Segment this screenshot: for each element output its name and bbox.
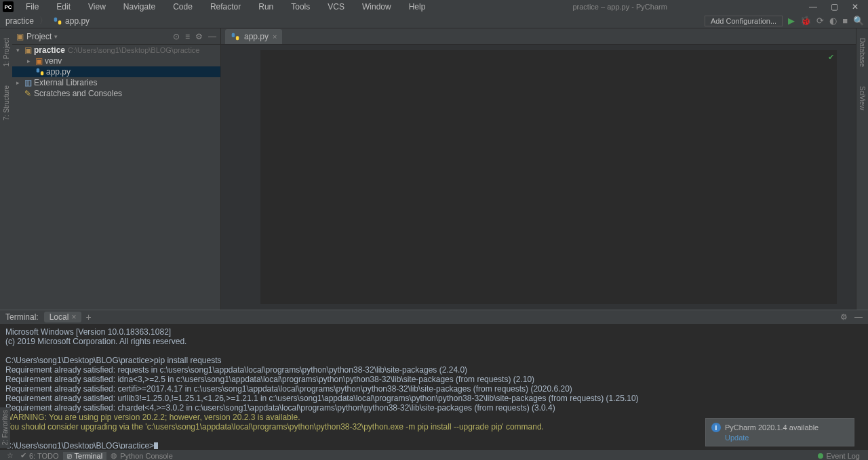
- close-button[interactable]: ✕: [849, 2, 861, 12]
- notification-title: PyCharm 2020.1.4 available: [725, 423, 818, 432]
- menu-tools[interactable]: Tools: [283, 2, 318, 12]
- python-console-tool-button[interactable]: ◍ Python Console: [106, 451, 177, 460]
- folder-icon: ▣: [23, 45, 33, 55]
- terminal-cursor: [154, 442, 158, 450]
- svg-rect-4: [232, 33, 235, 37]
- info-icon: i: [711, 423, 721, 432]
- terminal-label: Terminal:: [5, 312, 39, 322]
- check-icon: ✔: [20, 451, 26, 460]
- menu-help[interactable]: Help: [401, 2, 434, 12]
- library-icon: ▥: [23, 78, 33, 87]
- close-tab-icon[interactable]: ×: [273, 33, 277, 41]
- todo-tool-button[interactable]: ✔ 6: TODO: [16, 451, 63, 460]
- event-log-button[interactable]: Event Log: [814, 452, 864, 460]
- status-bar: ☆ ✔ 6: TODO ⎚ Terminal ◍ Python Console …: [0, 449, 868, 460]
- main-area: 1: Project 7: Structure ▣ Project ▾ ⊙ ≡ …: [0, 28, 868, 310]
- hide-terminal-icon[interactable]: —: [854, 312, 863, 322]
- folder-icon: ▣: [34, 56, 43, 66]
- python-icon: ◍: [111, 451, 117, 460]
- project-tree[interactable]: ▾ ▣ practice C:\Users\song1\Desktop\BLOG…: [12, 45, 220, 310]
- tree-root[interactable]: ▾ ▣ practice C:\Users\song1\Desktop\BLOG…: [12, 45, 220, 56]
- menu-run[interactable]: Run: [250, 2, 281, 12]
- navigation-bar: practice 〉 app.py Add Configuration... ▶…: [0, 14, 868, 28]
- terminal-tab-local[interactable]: Local ×: [44, 312, 82, 322]
- svg-rect-1: [58, 20, 61, 24]
- title-bar: PC File Edit View Navigate Code Refactor…: [0, 0, 868, 14]
- breadcrumb-root[interactable]: practice: [0, 16, 39, 26]
- close-tab-icon[interactable]: ×: [71, 312, 76, 322]
- menu-window[interactable]: Window: [354, 2, 399, 12]
- structure-tool-tab[interactable]: 7: Structure: [3, 83, 10, 123]
- add-configuration-button[interactable]: Add Configuration...: [705, 16, 783, 26]
- svg-rect-0: [54, 17, 57, 21]
- python-file-icon: [53, 16, 62, 26]
- menu-refactor[interactable]: Refactor: [202, 2, 249, 12]
- svg-rect-3: [41, 71, 43, 75]
- terminal-tool-button[interactable]: ⎚ Terminal: [63, 452, 107, 460]
- menu-code[interactable]: Code: [165, 2, 201, 12]
- breadcrumb-file[interactable]: app.py: [47, 16, 95, 26]
- code-editor[interactable]: ✔: [240, 50, 837, 304]
- terminal-icon: ⎚: [67, 452, 72, 460]
- favorites-tool-tab[interactable]: 2: Favorites: [0, 407, 10, 448]
- select-opened-file-icon[interactable]: ⊙: [173, 32, 180, 41]
- folder-icon: ▣: [16, 32, 24, 41]
- chevron-right-icon[interactable]: ▸: [16, 79, 23, 86]
- tree-external-libraries[interactable]: ▸ ▥ External Libraries: [12, 77, 220, 88]
- editor-area: app.py × ✔: [221, 28, 856, 310]
- hide-tool-window-icon[interactable]: —: [208, 32, 216, 41]
- notification-dot-icon: [818, 453, 823, 459]
- sciview-tool-tab[interactable]: SciView: [859, 83, 866, 112]
- tree-scratches[interactable]: ✎ Scratches and Consoles: [12, 88, 220, 99]
- scratches-icon: ✎: [23, 89, 33, 98]
- window-title: practice – app.py - PyCharm: [433, 3, 806, 11]
- tool-windows-quick-access-icon[interactable]: ☆: [4, 451, 16, 460]
- new-terminal-button[interactable]: +: [85, 312, 91, 322]
- expand-all-icon[interactable]: ≡: [185, 32, 190, 41]
- inspection-ok-icon[interactable]: ✔: [828, 53, 834, 62]
- database-tool-tab[interactable]: Database: [859, 35, 866, 70]
- main-menu: File Edit View Navigate Code Refactor Ru…: [18, 2, 433, 12]
- debug-button[interactable]: 🐞: [800, 16, 811, 26]
- left-tool-stripe: 1: Project 7: Structure: [0, 28, 12, 310]
- search-everywhere-button[interactable]: 🔍: [853, 16, 864, 26]
- run-button[interactable]: ▶: [788, 16, 795, 26]
- svg-rect-5: [236, 36, 239, 40]
- editor-tab-app[interactable]: app.py ×: [225, 29, 282, 44]
- stop-button[interactable]: ■: [842, 16, 848, 26]
- project-tool-tab[interactable]: 1: Project: [3, 35, 10, 69]
- profile-button[interactable]: ◐: [829, 16, 837, 26]
- update-link[interactable]: Update: [725, 434, 848, 442]
- python-file-icon: [35, 67, 45, 77]
- project-title[interactable]: ▣ Project ▾: [16, 32, 58, 41]
- right-tool-stripe: Database SciView: [856, 28, 868, 310]
- editor-gutter: [240, 50, 260, 304]
- menu-file[interactable]: File: [18, 2, 47, 12]
- pycharm-icon: PC: [3, 1, 14, 12]
- menu-navigate[interactable]: Navigate: [115, 2, 163, 12]
- coverage-button[interactable]: ⟳: [816, 16, 824, 26]
- maximize-button[interactable]: ▢: [828, 2, 841, 12]
- update-notification[interactable]: i PyCharm 2020.1.4 available Update: [705, 418, 854, 446]
- menu-vcs[interactable]: VCS: [319, 2, 353, 12]
- terminal-settings-icon[interactable]: ⚙: [840, 312, 848, 322]
- project-tool-window: ▣ Project ▾ ⊙ ≡ ⚙ — ▾ ▣ practice C:\User…: [12, 28, 221, 310]
- settings-icon[interactable]: ⚙: [195, 32, 203, 41]
- minimize-button[interactable]: —: [806, 2, 820, 12]
- chevron-down-icon[interactable]: ▾: [16, 47, 23, 54]
- tree-file-app[interactable]: app.py: [12, 66, 220, 77]
- menu-view[interactable]: View: [80, 2, 114, 12]
- tree-folder-venv[interactable]: ▸ ▣ venv: [12, 56, 220, 66]
- python-file-icon: [231, 32, 240, 41]
- svg-rect-2: [37, 68, 39, 72]
- chevron-right-icon[interactable]: ▸: [27, 58, 34, 64]
- menu-edit[interactable]: Edit: [48, 2, 79, 12]
- chevron-down-icon: ▾: [54, 33, 58, 40]
